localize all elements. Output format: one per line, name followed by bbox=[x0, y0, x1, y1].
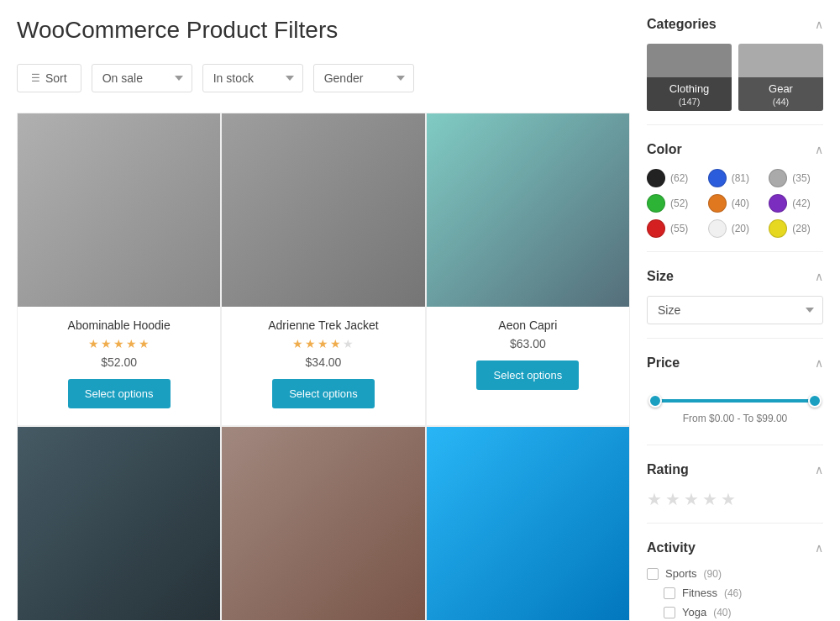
product-price: $34.00 bbox=[232, 355, 414, 369]
star: ★ bbox=[101, 337, 112, 350]
product-stars: ★★★★★ bbox=[232, 337, 414, 350]
in-stock-filter[interactable]: In stock bbox=[202, 64, 303, 92]
activity-count: (90) bbox=[704, 568, 722, 580]
category-label: Clothing(147) bbox=[647, 77, 732, 111]
activity-checkbox[interactable] bbox=[647, 568, 659, 580]
product-info: Abominable Hoodie ★★★★★ $52.00 Select op… bbox=[18, 307, 220, 408]
activity-label: Sports bbox=[665, 567, 697, 580]
slider-fill bbox=[650, 399, 820, 403]
sidebar: Categories ∧ Clothing(147) Gear(44) Colo… bbox=[647, 17, 823, 621]
color-swatch bbox=[647, 194, 665, 213]
select-options-button[interactable]: Select options bbox=[68, 379, 171, 408]
star: ★ bbox=[343, 337, 354, 350]
color-count: (62) bbox=[670, 172, 688, 184]
gender-filter[interactable]: Gender bbox=[313, 64, 414, 92]
sort-icon: ☰ bbox=[31, 72, 40, 84]
color-swatch-item[interactable]: (28) bbox=[769, 219, 823, 238]
product-card: Adrienne Trek Jacket ★★★★★ $34.00 Select… bbox=[221, 113, 425, 426]
rating-header: Rating ∧ bbox=[647, 462, 823, 477]
price-range-text: From $0.00 - To $99.00 bbox=[647, 413, 823, 424]
select-options-button[interactable]: Select options bbox=[272, 379, 375, 408]
product-info: Adrienne Trek Jacket ★★★★★ $34.00 Select… bbox=[222, 307, 424, 408]
product-card: Cargo Pants $55.00 Select options bbox=[221, 426, 425, 621]
product-card: Abominable Hoodie ★★★★★ $52.00 Select op… bbox=[17, 113, 221, 426]
price-slider[interactable]: From $0.00 - To $99.00 bbox=[647, 382, 823, 431]
rating-stars[interactable]: ★ ★ ★ ★ ★ bbox=[647, 489, 823, 509]
activity-item[interactable]: Yoga (40) bbox=[647, 606, 823, 618]
rating-star-5[interactable]: ★ bbox=[721, 489, 736, 509]
product-name: Aeon Capri bbox=[437, 318, 619, 332]
color-count: (28) bbox=[792, 223, 810, 234]
filter-bar: ☰ Sort On sale In stock Gender bbox=[17, 64, 630, 92]
color-swatch-item[interactable]: (62) bbox=[647, 169, 701, 187]
main-content: WooCommerce Product Filters ☰ Sort On sa… bbox=[17, 17, 647, 621]
color-swatch bbox=[708, 219, 727, 238]
color-swatch-item[interactable]: (40) bbox=[708, 194, 763, 213]
rating-star-3[interactable]: ★ bbox=[684, 489, 699, 509]
color-grid: (62) (81) (35) (52) (40) (42) (55) (20) … bbox=[647, 169, 823, 238]
color-swatch bbox=[708, 169, 727, 187]
color-count: (35) bbox=[792, 172, 810, 184]
slider-thumb-right[interactable] bbox=[808, 394, 822, 408]
activity-checkbox[interactable] bbox=[664, 587, 675, 599]
page-title: WooCommerce Product Filters bbox=[17, 17, 630, 44]
rating-collapse-icon[interactable]: ∧ bbox=[815, 463, 823, 476]
color-title: Color bbox=[647, 142, 682, 157]
color-swatch-item[interactable]: (81) bbox=[708, 169, 763, 187]
size-select[interactable]: Size XS S M L XL XXL bbox=[647, 296, 823, 324]
color-header: Color ∧ bbox=[647, 142, 823, 157]
product-stars: ★★★★★ bbox=[28, 337, 210, 350]
sort-button[interactable]: ☰ Sort bbox=[17, 64, 81, 92]
star: ★ bbox=[113, 337, 124, 350]
color-swatch-item[interactable]: (35) bbox=[769, 169, 823, 187]
product-price: $63.00 bbox=[437, 337, 619, 350]
on-sale-filter[interactable]: On sale bbox=[92, 64, 192, 92]
rating-star-4[interactable]: ★ bbox=[702, 489, 717, 509]
star: ★ bbox=[126, 337, 137, 350]
color-swatch bbox=[769, 219, 787, 238]
rating-title: Rating bbox=[647, 462, 689, 477]
color-swatch-item[interactable]: (55) bbox=[647, 219, 701, 238]
activity-item[interactable]: Fitness (46) bbox=[647, 587, 823, 599]
activity-checkbox[interactable] bbox=[664, 607, 675, 618]
size-collapse-icon[interactable]: ∧ bbox=[815, 270, 823, 283]
select-options-button[interactable]: Select options bbox=[476, 360, 579, 390]
price-section: Price ∧ From $0.00 - To $99.00 bbox=[647, 355, 823, 445]
color-count: (52) bbox=[670, 197, 688, 209]
size-section: Size ∧ Size XS S M L XL XXL bbox=[647, 269, 823, 339]
star: ★ bbox=[305, 337, 316, 350]
color-section: Color ∧ (62) (81) (35) (52) (40) (42) (5… bbox=[647, 142, 823, 252]
activity-collapse-icon[interactable]: ∧ bbox=[815, 541, 823, 555]
product-card: Atlas Tee $29.00 Select options bbox=[17, 426, 221, 621]
rating-star-1[interactable]: ★ bbox=[647, 489, 662, 509]
color-swatch bbox=[769, 194, 787, 213]
color-swatch-item[interactable]: (52) bbox=[647, 194, 701, 213]
price-header: Price ∧ bbox=[647, 355, 823, 371]
color-swatch bbox=[769, 169, 787, 187]
activity-header: Activity ∧ bbox=[647, 540, 823, 555]
color-swatch-item[interactable]: (42) bbox=[769, 194, 823, 213]
color-count: (40) bbox=[732, 197, 749, 209]
price-collapse-icon[interactable]: ∧ bbox=[815, 356, 823, 370]
product-name: Adrienne Trek Jacket bbox=[232, 318, 414, 332]
product-image bbox=[18, 113, 220, 307]
sort-label: Sort bbox=[45, 71, 67, 85]
category-card[interactable]: Gear(44) bbox=[738, 44, 823, 111]
category-card[interactable]: Clothing(147) bbox=[647, 44, 732, 111]
rating-star-2[interactable]: ★ bbox=[665, 489, 680, 509]
categories-collapse-icon[interactable]: ∧ bbox=[815, 18, 823, 31]
product-image bbox=[18, 427, 220, 620]
activity-item[interactable]: Sports (90) bbox=[647, 567, 823, 580]
color-swatch-item[interactable]: (20) bbox=[708, 219, 763, 238]
size-header: Size ∧ bbox=[647, 269, 823, 284]
category-count: (44) bbox=[773, 97, 790, 107]
activity-list: Sports (90) Fitness (46) Yoga (40) Outdo… bbox=[647, 567, 823, 621]
product-image bbox=[222, 113, 424, 307]
rating-section: Rating ∧ ★ ★ ★ ★ ★ bbox=[647, 462, 823, 524]
star: ★ bbox=[292, 337, 303, 350]
color-collapse-icon[interactable]: ∧ bbox=[815, 143, 823, 156]
activity-count: (40) bbox=[713, 607, 731, 618]
category-count: (147) bbox=[679, 97, 701, 107]
slider-thumb-left[interactable] bbox=[648, 394, 662, 408]
color-count: (81) bbox=[732, 172, 749, 184]
